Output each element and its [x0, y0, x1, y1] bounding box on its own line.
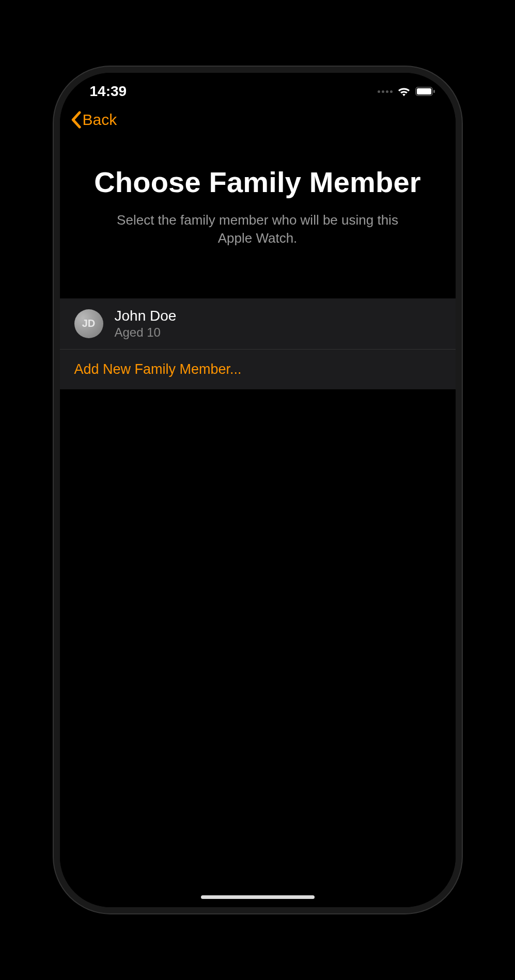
- member-age: Aged 10: [115, 325, 177, 340]
- back-label: Back: [83, 111, 117, 129]
- add-family-member-label: Add New Family Member...: [74, 361, 242, 377]
- family-member-list: JD John Doe Aged 10 Add New Family Membe…: [60, 298, 456, 389]
- page-subtitle: Select the family member who will be usi…: [60, 211, 456, 247]
- svg-rect-2: [433, 90, 435, 93]
- screen: 14:39: [60, 73, 456, 907]
- avatar: JD: [74, 309, 103, 338]
- status-indicators: [309, 86, 436, 97]
- home-indicator[interactable]: [201, 895, 315, 899]
- status-bar: 14:39: [60, 73, 456, 104]
- family-member-row[interactable]: JD John Doe Aged 10: [60, 298, 456, 349]
- back-button[interactable]: Back: [70, 111, 117, 129]
- add-family-member-button[interactable]: Add New Family Member...: [60, 349, 456, 389]
- status-time: 14:39: [80, 83, 216, 100]
- wifi-icon: [397, 86, 411, 97]
- cellular-icon: [378, 90, 393, 93]
- page-title: Choose Family Member: [60, 166, 456, 199]
- chevron-left-icon: [70, 111, 82, 129]
- notch: [216, 78, 309, 104]
- device-frame: 14:39: [54, 67, 462, 913]
- member-text: John Doe Aged 10: [115, 308, 177, 340]
- svg-rect-1: [417, 88, 431, 94]
- member-name: John Doe: [115, 308, 177, 324]
- content: Choose Family Member Select the family m…: [60, 136, 456, 907]
- nav-bar: Back: [60, 104, 456, 136]
- battery-icon: [415, 86, 436, 97]
- avatar-initials: JD: [82, 318, 96, 329]
